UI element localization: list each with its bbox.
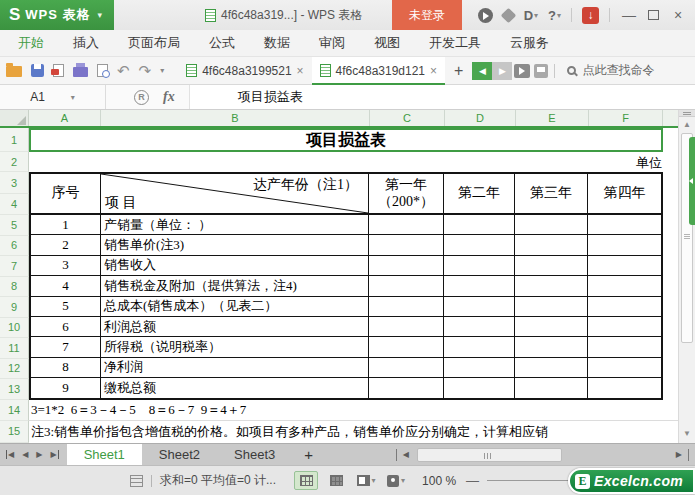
name-box[interactable]: A1 ▾ <box>0 85 105 109</box>
value-cell[interactable] <box>369 215 444 234</box>
column-header-d[interactable]: D <box>445 110 516 126</box>
print-icon[interactable] <box>73 67 88 77</box>
value-cell[interactable] <box>369 297 444 316</box>
tab-view[interactable]: 视图 <box>374 34 400 52</box>
year3-header-cell[interactable]: 第三年 <box>515 174 588 213</box>
zoom-out-button[interactable]: — <box>466 473 479 488</box>
tab-scroll-right-button[interactable]: ▶ <box>492 62 512 80</box>
theme-icon[interactable] <box>478 8 493 23</box>
value-cell[interactable] <box>588 256 661 275</box>
tab-cloud[interactable]: 云服务 <box>510 34 549 52</box>
item-name-cell[interactable]: 缴税总额 <box>101 378 369 397</box>
sheet-title-cell[interactable]: 项目损益表 <box>29 128 663 152</box>
value-cell[interactable] <box>515 337 588 356</box>
value-cell[interactable] <box>444 215 515 234</box>
close-tab-icon[interactable]: × <box>297 64 304 78</box>
item-name-cell[interactable]: 总成本(销售成本）（见表二） <box>101 297 369 316</box>
item-name-cell[interactable]: 销售收入 <box>101 256 369 275</box>
close-tab-icon[interactable]: × <box>430 64 437 78</box>
row-header-5[interactable]: 5 <box>0 215 29 236</box>
row-header-2[interactable]: 2 <box>0 152 29 172</box>
doc-tab-1[interactable]: 4f6c48a3199521 × <box>178 57 311 85</box>
minimize-button[interactable]: — <box>620 7 638 23</box>
item-no-cell[interactable]: 8 <box>31 358 101 377</box>
column-header-partial[interactable] <box>663 110 678 126</box>
sheet-tab-sheet2[interactable]: Sheet2 <box>142 444 217 465</box>
last-sheet-button[interactable]: ▶ <box>50 450 58 459</box>
value-cell[interactable] <box>444 317 515 336</box>
excelcn-watermark[interactable]: E Excelcn.com <box>568 468 695 494</box>
row-15-note[interactable]: 注3:销售单价指包含增值税的价格。如项目有多种产品，销售单价应分别确定，计算相应… <box>29 421 678 443</box>
tab-review[interactable]: 审阅 <box>319 34 345 52</box>
registered-circle-icon[interactable]: R <box>134 90 149 105</box>
maximize-button[interactable] <box>648 10 659 20</box>
insert-function-icon[interactable]: fx <box>163 89 175 105</box>
item-no-cell[interactable]: 2 <box>31 235 101 254</box>
row-header-9[interactable]: 9 <box>0 297 29 318</box>
item-name-cell[interactable]: 利润总额 <box>101 317 369 336</box>
row-header-4[interactable]: 4 <box>0 194 29 215</box>
scroll-up-button[interactable]: ▲ <box>679 117 695 131</box>
value-cell[interactable] <box>369 235 444 254</box>
page-layout-view-button[interactable]: ▾ <box>354 471 378 490</box>
value-cell[interactable] <box>444 276 515 295</box>
print-preview-icon[interactable] <box>97 64 108 77</box>
serial-header-cell[interactable]: 序号 <box>31 174 101 213</box>
value-cell[interactable] <box>444 235 515 254</box>
item-no-cell[interactable]: 9 <box>31 378 101 397</box>
value-cell[interactable] <box>588 215 661 234</box>
value-cell[interactable] <box>444 297 515 316</box>
next-sheet-button[interactable]: ▶ <box>36 450 42 459</box>
value-cell[interactable] <box>369 256 444 275</box>
sheet-tab-sheet3[interactable]: Sheet3 <box>217 444 292 465</box>
value-cell[interactable] <box>369 337 444 356</box>
value-cell[interactable] <box>515 235 588 254</box>
row-header-14[interactable]: 14 <box>0 400 29 421</box>
item-name-cell[interactable]: 所得税（说明税率） <box>101 337 369 356</box>
column-header-e[interactable]: E <box>516 110 589 126</box>
tab-page-layout[interactable]: 页面布局 <box>128 34 180 52</box>
value-cell[interactable] <box>515 317 588 336</box>
vip-diamond-icon[interactable] <box>500 7 516 23</box>
add-sheet-button[interactable]: + <box>292 444 325 465</box>
row-header-3[interactable]: 3 <box>0 172 29 194</box>
close-button[interactable]: × <box>669 7 687 23</box>
value-cell[interactable] <box>588 378 661 397</box>
item-name-cell[interactable]: 净利润 <box>101 358 369 377</box>
scroll-right-button[interactable]: ▶ <box>676 450 682 459</box>
row-header-7[interactable]: 7 <box>0 256 29 277</box>
download-icon[interactable]: ↓ <box>582 7 599 24</box>
select-all-corner[interactable] <box>0 110 29 126</box>
first-sheet-button[interactable]: ◀ <box>6 450 14 459</box>
row-header-1[interactable]: 1 <box>0 128 29 152</box>
formula-input[interactable]: 项目损益表 <box>189 85 695 109</box>
flag-icon[interactable] <box>534 64 548 78</box>
tab-data[interactable]: 数据 <box>264 34 290 52</box>
doc-tab-2[interactable]: 4f6c48a319d121 × <box>312 57 445 85</box>
prev-sheet-button[interactable]: ◀ <box>22 450 28 459</box>
value-cell[interactable] <box>515 256 588 275</box>
tab-insert[interactable]: 插入 <box>73 34 99 52</box>
toolbar-caret-down-icon[interactable]: ▾ <box>160 66 164 75</box>
column-header-f[interactable]: F <box>589 110 663 126</box>
value-cell[interactable] <box>588 297 661 316</box>
scroll-down-button[interactable]: ▼ <box>679 426 695 440</box>
sheet-tab-sheet1[interactable]: Sheet1 <box>67 444 142 465</box>
row-header-8[interactable]: 8 <box>0 277 29 298</box>
item-no-cell[interactable]: 4 <box>31 276 101 295</box>
horizontal-scroll-thumb[interactable] <box>417 448 562 462</box>
value-cell[interactable] <box>515 215 588 234</box>
export-pdf-icon[interactable] <box>53 64 64 77</box>
row-header-13[interactable]: 13 <box>0 379 29 400</box>
year2-header-cell[interactable]: 第二年 <box>444 174 515 213</box>
column-header-c[interactable]: C <box>370 110 445 126</box>
column-header-b[interactable]: B <box>101 110 370 126</box>
reading-mode-button[interactable]: ▾ <box>384 471 408 490</box>
help-button[interactable]: ? ▾ <box>548 8 561 23</box>
value-cell[interactable] <box>369 378 444 397</box>
tab-developer[interactable]: 开发工具 <box>429 34 481 52</box>
value-cell[interactable] <box>515 378 588 397</box>
redo-icon[interactable]: ↷ <box>139 63 152 78</box>
undo-icon[interactable]: ↶ <box>117 63 130 78</box>
play-window-icon[interactable] <box>514 64 530 78</box>
